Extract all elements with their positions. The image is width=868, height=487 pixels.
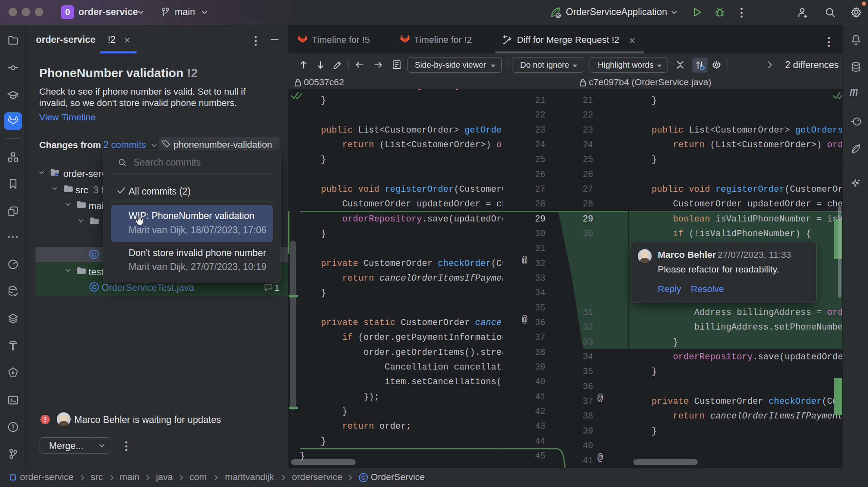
svg-text:C: C <box>92 251 96 258</box>
svg-text:C: C <box>361 474 365 481</box>
svg-text:C: C <box>92 284 96 290</box>
